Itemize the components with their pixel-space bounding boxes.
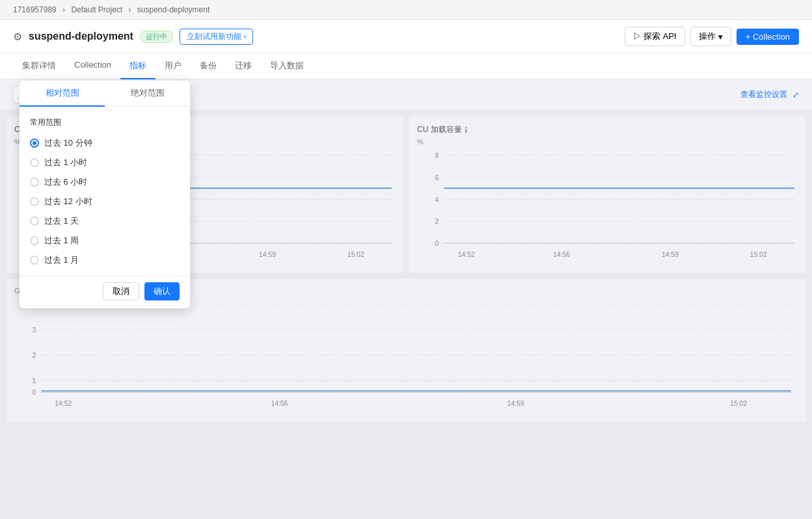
option-label-1month: 过去 1 月 [44, 254, 79, 266]
option-label-1week: 过去 1 周 [44, 235, 79, 246]
expand-icon[interactable]: ⤢ [792, 90, 799, 100]
popup-footer: 取消 确认 [20, 275, 190, 308]
option-6hour[interactable]: 过去 6 小时 [30, 172, 180, 192]
operations-button[interactable]: 操作 ▾ [690, 27, 731, 46]
explore-api-button[interactable]: ▷ 探索 API [625, 27, 685, 46]
svg-text:2: 2 [32, 352, 36, 359]
tab-users[interactable]: 用户 [156, 53, 191, 79]
tab-relative-range[interactable]: 相对范围 [20, 81, 105, 107]
bottom-chart-body: 4 3 2 1 0 14:52 14:56 14:59 15:02 [14, 297, 798, 414]
chart-title-label-right: CU 加载容量 [417, 124, 462, 135]
svg-text:14:56: 14:56 [553, 250, 570, 258]
status-badge: 运行中 [140, 31, 173, 43]
add-collection-button[interactable]: + Collection [737, 29, 799, 45]
svg-text:15:02: 15:02 [730, 400, 747, 407]
radio-1week[interactable] [30, 236, 39, 245]
svg-text:14:56: 14:56 [271, 400, 288, 407]
option-label-1day: 过去 1 天 [44, 215, 79, 227]
option-1week[interactable]: 过去 1 周 [30, 231, 180, 250]
app-icon: ⚙ [13, 31, 22, 43]
try-features-button[interactable]: 立刻试用新功能 › [180, 29, 253, 45]
breadcrumb: 1716957989 › Default Project › suspend-d… [0, 0, 812, 20]
option-label-12hour: 过去 12 小时 [44, 196, 92, 207]
radio-12hour[interactable] [30, 197, 39, 206]
svg-text:15:02: 15:02 [347, 250, 364, 258]
svg-text:14:52: 14:52 [55, 400, 72, 407]
option-1month[interactable]: 过去 1 月 [30, 250, 180, 270]
radio-1day[interactable] [30, 217, 39, 226]
svg-text:0: 0 [435, 239, 439, 247]
breadcrumb-item-1[interactable]: 1716957989 [13, 5, 57, 14]
page-header: ⚙ suspend-deployment 运行中 立刻试用新功能 › ▷ 探索 … [0, 20, 812, 53]
chart-svg-right: 8 6 4 2 0 14:52 14:56 14:59 15:02 [417, 148, 798, 265]
bottom-chart-svg: 4 3 2 1 0 14:52 14:56 14:59 15:02 [14, 297, 798, 414]
svg-text:14:59: 14:59 [508, 400, 524, 407]
popup-body: 常用范围 过去 10 分钟 过去 1 小时 过去 6 小时 过去 12 小时 过… [20, 107, 190, 270]
svg-text:0: 0 [32, 389, 36, 396]
option-10min[interactable]: 过去 10 分钟 [30, 133, 180, 153]
page-title: suspend-deployment [29, 31, 133, 42]
nav-tabs: 集群详情 Collection 指标 用户 备份 迁移 导入数据 [0, 53, 812, 79]
svg-text:1: 1 [32, 377, 36, 384]
chevron-down-icon: ▾ [718, 32, 723, 42]
tab-absolute-range[interactable]: 绝对范围 [105, 81, 190, 107]
chart-cu-load-right: CU 加载容量 ℹ % 8 6 4 2 0 14:52 [409, 116, 805, 273]
radio-1month[interactable] [30, 256, 39, 265]
monitor-settings-link[interactable]: 查看监控设置 [740, 89, 787, 100]
radio-10min[interactable] [30, 139, 39, 148]
tab-import[interactable]: 导入数据 [261, 53, 313, 79]
option-1hour[interactable]: 过去 1 小时 [30, 153, 180, 172]
svg-text:14:52: 14:52 [458, 250, 475, 258]
tab-backup[interactable]: 备份 [191, 53, 226, 79]
tab-migration[interactable]: 迁移 [226, 53, 261, 79]
option-12hour[interactable]: 过去 12 小时 [30, 192, 180, 211]
option-label-1hour: 过去 1 小时 [44, 157, 87, 168]
option-label-10min: 过去 10 分钟 [44, 137, 92, 149]
time-range-popup[interactable]: 相对范围 绝对范围 常用范围 过去 10 分钟 过去 1 小时 过去 6 小时 … [20, 81, 190, 308]
svg-text:2: 2 [435, 217, 439, 225]
tab-cluster-detail[interactable]: 集群详情 [13, 53, 65, 79]
chart-body-right: 8 6 4 2 0 14:52 14:56 14:59 15:02 [417, 148, 798, 265]
svg-text:8: 8 [435, 152, 439, 159]
svg-text:4: 4 [435, 196, 439, 204]
confirm-button[interactable]: 确认 [144, 282, 180, 300]
section-label-common: 常用范围 [30, 117, 180, 128]
chart-unit-right: % [417, 138, 798, 146]
option-label-6hour: 过去 6 小时 [44, 176, 87, 188]
svg-text:14:59: 14:59 [259, 250, 276, 258]
radio-1hour[interactable] [30, 158, 39, 167]
info-icon-right[interactable]: ℹ [465, 126, 468, 135]
svg-text:3: 3 [32, 326, 36, 334]
svg-text:6: 6 [435, 174, 439, 181]
tab-metrics[interactable]: 指标 [120, 53, 156, 79]
cancel-button[interactable]: 取消 [103, 282, 139, 300]
svg-text:14:59: 14:59 [662, 250, 679, 258]
svg-text:15:02: 15:02 [750, 250, 767, 258]
popup-tabs: 相对范围 绝对范围 [20, 81, 190, 107]
breadcrumb-item-2[interactable]: Default Project [71, 5, 122, 14]
option-1day[interactable]: 过去 1 天 [30, 211, 180, 231]
radio-6hour[interactable] [30, 178, 39, 187]
tab-collection[interactable]: Collection [65, 53, 120, 79]
breadcrumb-item-3[interactable]: suspend-deployment [137, 5, 210, 14]
